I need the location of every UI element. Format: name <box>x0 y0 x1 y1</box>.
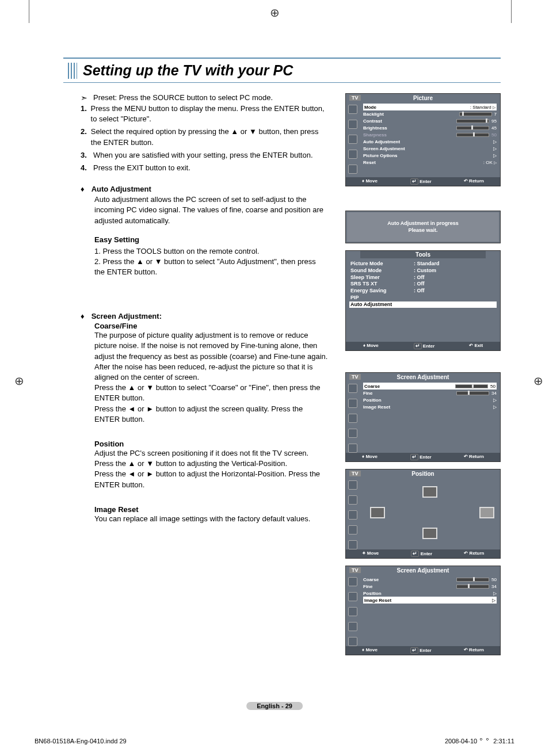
osd-item-label: Brightness <box>363 125 387 131</box>
osd-auto-adjustment-message: Auto Adjustment in progress Please wait. <box>345 211 501 243</box>
osd-tv-label: TV <box>349 95 361 101</box>
osd-title: Picture <box>346 94 500 102</box>
osd-category-icon <box>348 165 357 174</box>
tools-item: Sleep Timer <box>350 274 414 281</box>
preset-icon: ➣ <box>81 93 87 102</box>
easy-setting-heading: Easy Setting <box>94 235 328 244</box>
osd-message: Auto Adjustment in progress <box>347 220 499 227</box>
screen-adjustment-line: Press the ▲ or ▼ button to select "Coars… <box>94 383 328 403</box>
osd-item-label: Contrast <box>363 119 382 124</box>
osd-tools-menu: Tools Picture Mode: Standard Sound Mode:… <box>345 250 501 351</box>
tools-item: SRS TS XT <box>350 281 414 288</box>
preset-text: Preset: Press the SOURCE button to selec… <box>93 93 273 102</box>
auto-adjustment-heading: Auto Adjustment <box>92 185 151 193</box>
position-control-area <box>360 478 500 547</box>
osd-icon-strip <box>346 102 360 177</box>
osd-screen-adjustment-reset: TV Screen Adjustment Coarse50 Fine34 Pos… <box>345 566 501 655</box>
screen-adjustment-body: The purpose of picture quality adjustmen… <box>94 330 328 383</box>
osd-title: Screen Adjustment <box>346 566 500 575</box>
easy-step: 2. Press the ▲ or ▼ button to select "Au… <box>94 257 328 277</box>
osd-item-label: Picture Options <box>363 153 398 158</box>
position-line: Press the ◄ or ► button to adjust the Ho… <box>94 469 328 490</box>
osd-item-label: Coarse <box>364 384 380 389</box>
footer-timestamp: 2008-04-10 ᄋᄋ 2:31:11 <box>445 738 514 744</box>
osd-item-label: Auto Adjustment <box>363 139 400 144</box>
osd-hint: ♦ Move <box>362 178 378 185</box>
osd-category-icon <box>348 120 357 129</box>
bullet-icon: ♦ <box>81 185 85 193</box>
osd-item-label: Backlight <box>363 112 384 117</box>
position-up-icon <box>422 486 437 498</box>
registration-mark-left: ⊕ <box>14 374 24 388</box>
osd-category-icon <box>348 105 357 114</box>
step-number: 4. <box>81 163 93 173</box>
coarse-fine-heading: Coarse/Fine <box>94 322 328 330</box>
osd-picture-menu: TV Picture Mode: Standard ▷ Backlight <box>345 93 501 186</box>
osd-message: Please wait. <box>347 227 499 234</box>
image-reset-heading: Image Reset <box>94 505 328 514</box>
osd-item-label: Screen Adjustment <box>363 146 405 151</box>
osd-screen-adjustment: TV Screen Adjustment Coarse50 Fine34 Pos… <box>345 372 501 462</box>
osd-category-icon <box>348 150 357 159</box>
instructions-column: ➣ Preset: Press the SOURCE button to sel… <box>63 93 328 662</box>
position-left-icon <box>370 507 385 518</box>
position-body: Adjust the PC's screen positioning if it… <box>94 448 328 459</box>
tools-item: PIP <box>350 295 414 301</box>
osd-item-label: Fine <box>363 391 372 396</box>
osd-item-label: Image Reset <box>363 404 390 410</box>
image-reset-body: You can replace all image settings with … <box>94 514 328 524</box>
osd-title: Screen Adjustment <box>346 373 500 381</box>
osd-hint: ↶ Return <box>464 178 484 185</box>
osd-item-label: Fine <box>363 584 372 589</box>
step-number: 2. <box>81 127 91 147</box>
auto-adjustment-body: Auto adjustment allows the PC screen of … <box>94 194 328 226</box>
osd-item-label: Position <box>363 591 382 596</box>
osd-title: Position <box>346 469 500 478</box>
osd-item-label: Reset <box>363 160 376 165</box>
bullet-icon: ♦ <box>81 312 85 320</box>
crop-guide <box>29 0 29 23</box>
osd-tv-label: TV <box>349 471 361 476</box>
tools-item: Energy Saving <box>350 288 414 295</box>
osd-hint: ↵ Enter <box>413 343 435 349</box>
title-decoration <box>68 63 77 79</box>
page-title: Setting up the TV with your PC <box>83 62 293 79</box>
section-title-bar: Setting up the TV with your PC <box>63 58 501 83</box>
easy-step: 1. Press the TOOLS button on the remote … <box>94 246 328 257</box>
crop-guide <box>511 0 512 23</box>
osd-screenshots-column: TV Picture Mode: Standard ▷ Backlight <box>345 93 501 662</box>
osd-item-label: Mode <box>364 105 376 110</box>
registration-mark-right: ⊕ <box>533 374 543 388</box>
osd-item-label: Sharpness <box>363 132 387 138</box>
tools-item: Sound Mode <box>350 268 414 274</box>
osd-hint: ↵ Enter <box>410 178 432 185</box>
osd-tv-label: TV <box>349 567 361 573</box>
step-text: Press the MENU button to display the men… <box>91 104 328 124</box>
position-heading: Position <box>94 440 328 448</box>
step-text: When you are satisfied with your setting… <box>93 150 313 161</box>
osd-tools-title: Tools <box>360 251 486 258</box>
position-right-icon <box>479 507 494 518</box>
screen-adjustment-heading: Screen Adjustment: <box>92 312 162 320</box>
step-text: Press the EXIT button to exit. <box>93 163 190 173</box>
position-down-icon <box>422 528 437 539</box>
step-number: 1. <box>81 104 91 124</box>
step-text: Select the required option by pressing t… <box>91 127 328 147</box>
osd-hint: ↶ Exit <box>469 343 483 349</box>
registration-mark-top: ⊕ <box>270 6 280 20</box>
footer-file: BN68-01518A-Eng-0410.indd 29 <box>35 738 127 744</box>
osd-item-label: Image Reset <box>364 598 391 603</box>
step-number: 3. <box>81 150 93 161</box>
osd-tv-label: TV <box>349 374 361 380</box>
osd-category-icon <box>348 135 357 144</box>
footer: BN68-01518A-Eng-0410.indd 29 2008-04-10 … <box>35 738 514 744</box>
osd-item-label: Position <box>363 398 382 403</box>
page-number-badge: English - 29 <box>246 702 303 710</box>
screen-adjustment-line: Press the ◄ or ► button to adjust the sc… <box>94 404 328 425</box>
tools-item: Picture Mode <box>350 261 414 268</box>
osd-hint: ♦ Move <box>363 343 379 349</box>
osd-position: TV Position ✦ Move ↵ Enter <box>345 469 501 559</box>
position-line: Press the ▲ or ▼ button to adjusting the… <box>94 459 328 469</box>
osd-item-label: Coarse <box>363 577 379 582</box>
tools-item: Auto Adjustment <box>350 301 414 308</box>
